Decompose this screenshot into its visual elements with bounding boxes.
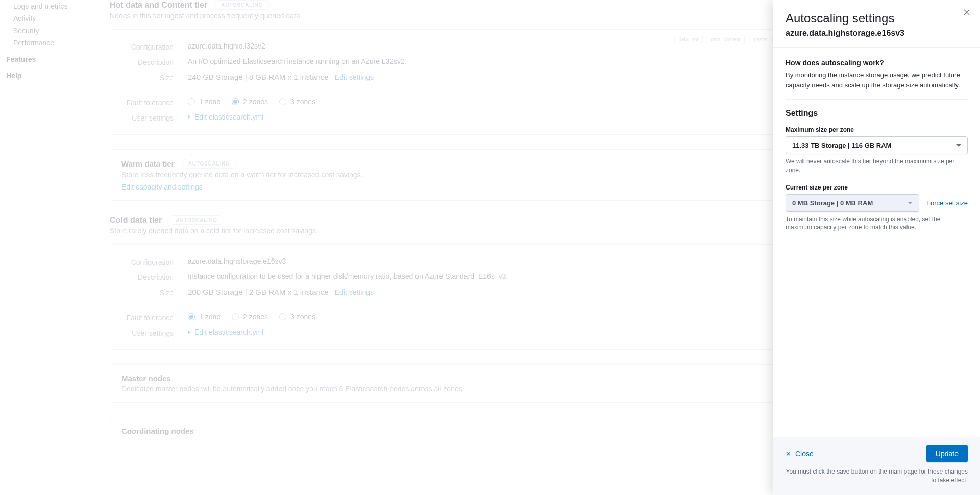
chevron-down-icon — [956, 144, 961, 147]
zone-label: 2 zones — [243, 313, 268, 321]
cold-tier-title: Cold data tier — [110, 216, 162, 225]
coordinating-nodes-block: Coordinating nodes — [110, 417, 847, 444]
hot-zone-3[interactable]: 3 zones — [279, 98, 315, 106]
divider — [786, 99, 968, 100]
footer-note: You must click the save button on the ma… — [786, 467, 968, 485]
current-size-help: To maintain this size while autoscaling … — [786, 215, 968, 232]
master-subtitle: Dedicated master nodes will be automatic… — [121, 385, 836, 393]
config-label: Configuration — [121, 42, 188, 51]
flyout-title: Autoscaling settings — [786, 11, 968, 26]
radio-icon — [188, 313, 195, 320]
fault-tolerance-label: Fault tolerance — [121, 313, 188, 322]
hot-desc-value: An I/O optimized Elasticsearch instance … — [188, 57, 836, 65]
user-settings-label: User settings — [121, 113, 188, 122]
yml-link-label: Edit elasticsearch.yml — [194, 113, 263, 121]
autoscaling-badge: AUTOSCALING — [182, 159, 237, 169]
nav-activity[interactable]: Activity — [6, 12, 93, 25]
cold-desc-value: Instance configuration to be used for a … — [188, 272, 836, 280]
cold-zone-1[interactable]: 1 zone — [188, 313, 220, 321]
config-label: Configuration — [121, 257, 188, 266]
current-size-field: Current size per zone 0 MB Storage | 0 M… — [786, 184, 968, 232]
max-size-help: We will never autoscale this tier beyond… — [786, 157, 968, 175]
hot-size-value: 240 GB Storage | 8 GB RAM x 1 instance — [188, 73, 329, 81]
flyout-close-link[interactable]: ✕ Close — [786, 450, 814, 458]
current-size-label: Current size per zone — [786, 184, 968, 191]
force-set-size-link[interactable]: Force set size — [926, 199, 968, 207]
radio-icon — [279, 313, 286, 320]
close-icon — [964, 9, 970, 15]
nav-security[interactable]: Security — [6, 25, 93, 37]
radio-icon — [188, 98, 195, 105]
flyout-subtitle: azure.data.highstorage.e16sv3 — [786, 29, 968, 38]
radio-icon — [232, 98, 239, 105]
zone-label: 3 zones — [290, 98, 315, 106]
tag-data-hot: data_hot — [674, 36, 703, 43]
flyout-body: How does autoscaling work? By monitoring… — [773, 48, 980, 437]
user-settings-label: User settings — [121, 328, 188, 337]
warm-edit-capacity-link[interactable]: Edit capacity and settings — [121, 183, 203, 191]
warm-tier-block: Warm data tier AUTOSCALING Store less-fr… — [110, 149, 847, 201]
chevron-right-icon — [188, 115, 190, 119]
nav-section-features[interactable]: Features — [6, 49, 93, 65]
how-heading: How does autoscaling work? — [786, 59, 968, 67]
coordinating-title: Coordinating nodes — [121, 427, 836, 435]
cold-tier-block: Cold data tier AUTOSCALING Store rarely … — [110, 215, 847, 350]
yml-link-label: Edit elasticsearch.yml — [194, 328, 263, 336]
description-label: Description — [121, 57, 188, 66]
hot-config-card: data_hot data_content master coordinatin… — [110, 29, 847, 135]
cold-zone-2[interactable]: 2 zones — [232, 313, 268, 321]
tag-data-content: data_content — [706, 36, 745, 43]
nav-logs-and-metrics[interactable]: Logs and metrics — [6, 0, 93, 12]
how-paragraph: By monitoring the instance storage usage… — [786, 70, 968, 90]
hot-zone-1[interactable]: 1 zone — [188, 98, 220, 106]
radio-icon — [232, 313, 239, 320]
max-size-value: 11.33 TB Storage | 116 GB RAM — [792, 142, 891, 149]
zone-label: 2 zones — [243, 98, 268, 106]
max-size-field: Maximum size per zone 11.33 TB Storage |… — [786, 126, 968, 175]
max-size-label: Maximum size per zone — [786, 126, 968, 133]
tag-master: master — [748, 36, 773, 43]
cold-edit-settings-link[interactable]: Edit settings — [335, 288, 374, 296]
settings-heading: Settings — [786, 109, 968, 118]
autoscaling-flyout: Autoscaling settings azure.data.highstor… — [773, 0, 980, 495]
warm-tier-title: Warm data tier — [121, 159, 175, 168]
update-button[interactable]: Update — [926, 445, 968, 462]
nav-section-help[interactable]: Help — [6, 65, 93, 82]
cold-config-card: data_cold Configuration azure.data.highs… — [110, 244, 847, 350]
warm-tier-subtitle: Store less-frequently queried data on a … — [121, 171, 836, 179]
hot-edit-settings-link[interactable]: Edit settings — [335, 73, 374, 81]
autoscaling-badge: AUTOSCALING — [169, 215, 224, 225]
size-label: Size — [121, 73, 188, 82]
sidebar-left: Logs and metrics Activity Security Perfo… — [0, 0, 100, 495]
master-title: Master nodes — [121, 374, 836, 383]
max-size-select[interactable]: 11.33 TB Storage | 116 GB RAM — [786, 136, 968, 154]
hot-edit-yml-link[interactable]: Edit elasticsearch.yml — [188, 113, 836, 121]
autoscaling-badge: AUTOSCALING — [214, 0, 270, 10]
flyout-footer: ✕ Close Update You must click the save b… — [773, 437, 980, 495]
hot-tier-subtitle: Nodes in this tier ingest and process fr… — [110, 12, 847, 20]
hot-tier-block: Hot data and Content tier AUTOSCALING No… — [110, 0, 847, 135]
flyout-header: Autoscaling settings azure.data.highstor… — [773, 0, 980, 48]
chevron-right-icon — [188, 330, 190, 334]
zone-label: 1 zone — [199, 313, 220, 321]
master-nodes-block: Master nodes Dedicated master nodes will… — [110, 364, 847, 403]
hot-tier-title: Hot data and Content tier — [110, 1, 207, 10]
cold-config-value: azure.data.highstorage.e16sv3 — [188, 257, 836, 265]
chevron-down-icon — [908, 202, 913, 204]
current-size-value: 0 MB Storage | 0 MB RAM — [792, 199, 873, 207]
zone-label: 3 zones — [290, 313, 315, 321]
cold-edit-yml-link[interactable]: Edit elasticsearch.yml — [188, 328, 836, 336]
nav-performance[interactable]: Performance — [6, 37, 93, 49]
hot-zone-2[interactable]: 2 zones — [232, 98, 268, 106]
cold-zone-3[interactable]: 3 zones — [279, 313, 315, 321]
flyout-close-button[interactable] — [962, 7, 972, 17]
description-label: Description — [121, 272, 188, 281]
zone-label: 1 zone — [199, 98, 220, 106]
fault-tolerance-label: Fault tolerance — [121, 98, 188, 107]
current-size-select: 0 MB Storage | 0 MB RAM — [786, 194, 919, 212]
main-content: Hot data and Content tier AUTOSCALING No… — [100, 0, 857, 495]
size-label: Size — [121, 288, 188, 297]
close-label: Close — [795, 450, 814, 458]
close-icon: ✕ — [786, 450, 791, 458]
radio-icon — [279, 98, 286, 105]
